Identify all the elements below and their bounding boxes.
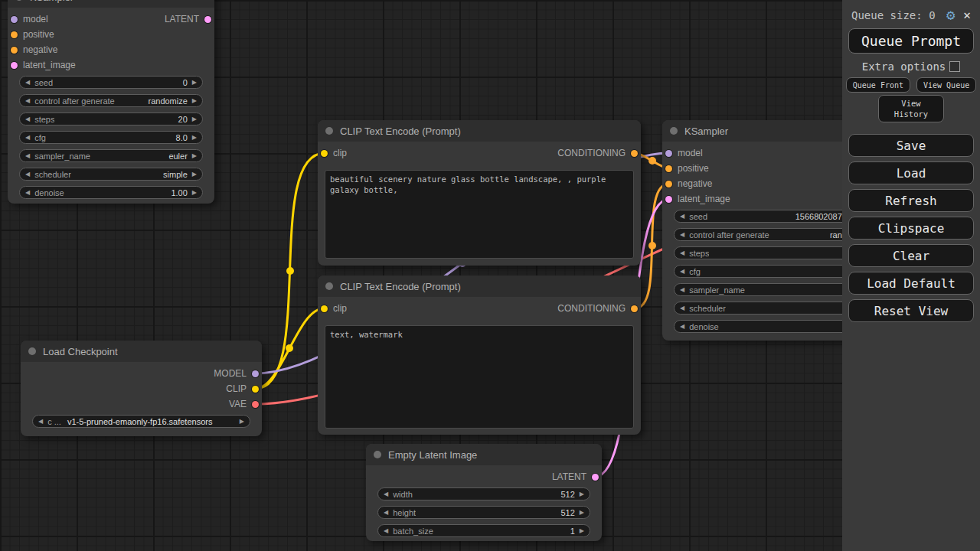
- extra-options-checkbox[interactable]: [949, 61, 960, 72]
- load-button[interactable]: Load: [848, 161, 974, 184]
- node-title-bar[interactable]: Load Checkpoint: [21, 341, 262, 362]
- widget-row[interactable]: ◀ seed 1566802087 ▶: [674, 210, 858, 223]
- widget-row[interactable]: ◀ steps ▶: [674, 246, 858, 259]
- widget-row[interactable]: ◀ cfg ▶: [674, 265, 858, 278]
- increment-arrow-icon[interactable]: ▶: [192, 190, 197, 196]
- widget-row[interactable]: ◀ scheduler simple ▶: [19, 168, 203, 181]
- port-dot[interactable]: [665, 165, 672, 172]
- input-port[interactable]: positive: [8, 27, 214, 42]
- node-title-bar[interactable]: Empty Latent Image: [366, 444, 602, 465]
- input-port[interactable]: latent_image: [8, 57, 214, 73]
- widget-row[interactable]: ◀ control after generate ran ▶: [674, 228, 858, 241]
- decrement-arrow-icon[interactable]: ◀: [384, 491, 388, 497]
- view-history-button[interactable]: View History: [878, 95, 944, 122]
- node-empty-latent-image[interactable]: Empty Latent Image LATENT ◀ width 512 ▶: [366, 444, 602, 541]
- decrement-arrow-icon[interactable]: ◀: [680, 250, 684, 256]
- widget-row[interactable]: ◀ height 512 ▶: [377, 506, 590, 519]
- node-title-bar[interactable]: CLIP Text Encode (Prompt): [318, 120, 641, 142]
- port-dot[interactable]: [631, 305, 638, 312]
- port-dot[interactable]: [11, 62, 18, 69]
- widget-row[interactable]: ◀ denoise 1.00 ▶: [19, 186, 203, 199]
- decrement-arrow-icon[interactable]: ◀: [680, 324, 684, 330]
- port-dot[interactable]: [11, 16, 18, 23]
- negative-prompt-textarea[interactable]: text, watermark: [325, 325, 634, 429]
- node-ksampler-right[interactable]: KSampler model positive negative: [662, 120, 869, 341]
- output-port[interactable]: CONDITIONING: [557, 145, 641, 161]
- port-dot[interactable]: [665, 150, 672, 157]
- increment-arrow-icon[interactable]: ▶: [192, 98, 197, 104]
- port-dot[interactable]: [252, 370, 259, 377]
- collapse-toggle[interactable]: [28, 347, 36, 355]
- port-dot[interactable]: [665, 196, 672, 203]
- collapse-toggle[interactable]: [15, 0, 23, 1]
- port-dot[interactable]: [321, 305, 328, 312]
- widget-row[interactable]: ◀ steps 20 ▶: [19, 112, 203, 126]
- port-dot[interactable]: [204, 16, 211, 23]
- decrement-arrow-icon[interactable]: ◀: [25, 116, 30, 122]
- output-port[interactable]: LATENT: [165, 11, 214, 27]
- widget-row[interactable]: ◀ seed 0 ▶: [19, 76, 203, 89]
- input-port[interactable]: positive: [662, 161, 869, 176]
- decrement-arrow-icon[interactable]: ◀: [384, 510, 388, 516]
- node-ksampler-left[interactable]: KSampler LATENT model positive: [8, 0, 214, 204]
- port-dot[interactable]: [11, 47, 18, 54]
- decrement-arrow-icon[interactable]: ◀: [25, 80, 30, 86]
- increment-arrow-icon[interactable]: ▶: [192, 80, 197, 86]
- increment-arrow-icon[interactable]: ▶: [192, 171, 197, 178]
- reset-view-button[interactable]: Reset View: [848, 299, 974, 322]
- node-load-checkpoint[interactable]: Load Checkpoint MODEL CLIP VAE: [21, 341, 262, 436]
- port-dot[interactable]: [592, 474, 599, 481]
- port-dot[interactable]: [252, 386, 259, 393]
- decrement-arrow-icon[interactable]: ◀: [25, 135, 30, 141]
- node-title-bar[interactable]: CLIP Text Encode (Prompt): [318, 276, 641, 297]
- view-queue-button[interactable]: View Queue: [916, 77, 976, 93]
- input-port[interactable]: negative: [662, 176, 869, 191]
- output-port[interactable]: VAE: [21, 396, 262, 412]
- input-port[interactable]: negative: [8, 42, 214, 57]
- decrement-arrow-icon[interactable]: ◀: [25, 171, 30, 178]
- port-dot[interactable]: [321, 150, 328, 157]
- output-port[interactable]: LATENT: [366, 469, 602, 484]
- widget-row[interactable]: ◀ scheduler ▶: [674, 302, 858, 315]
- widget-row[interactable]: ◀ sampler_name ▶: [674, 283, 858, 296]
- collapse-toggle[interactable]: [325, 127, 333, 135]
- previous-arrow-icon[interactable]: ◀: [38, 419, 43, 425]
- queue-front-button[interactable]: Queue Front: [846, 77, 910, 93]
- output-port[interactable]: CONDITIONING: [557, 301, 641, 316]
- input-port[interactable]: latent_image: [662, 191, 869, 207]
- decrement-arrow-icon[interactable]: ◀: [680, 305, 684, 311]
- widget-row[interactable]: ◀ control after generate randomize ▶: [19, 94, 203, 107]
- decrement-arrow-icon[interactable]: ◀: [25, 190, 30, 196]
- widget-row[interactable]: ◀ width 512 ▶: [377, 487, 590, 500]
- increment-arrow-icon[interactable]: ▶: [192, 153, 197, 159]
- close-icon[interactable]: ✕: [963, 9, 971, 21]
- refresh-button[interactable]: Refresh: [848, 189, 974, 212]
- collapse-toggle[interactable]: [670, 127, 678, 135]
- increment-arrow-icon[interactable]: ▶: [580, 528, 584, 534]
- node-graph-canvas[interactable]: { "colors": { "model": "#B39DDB", "clip"…: [0, 0, 980, 551]
- widget-row[interactable]: ◀ cfg 8.0 ▶: [19, 131, 203, 144]
- decrement-arrow-icon[interactable]: ◀: [25, 98, 30, 104]
- port-dot[interactable]: [11, 31, 18, 38]
- node-clip-text-encode-positive[interactable]: CLIP Text Encode (Prompt) CONDITIONING c…: [318, 120, 641, 266]
- decrement-arrow-icon[interactable]: ◀: [680, 269, 684, 275]
- save-button[interactable]: Save: [848, 134, 974, 157]
- clipspace-button[interactable]: Clipspace: [848, 217, 974, 240]
- node-title-bar[interactable]: KSampler: [662, 120, 869, 142]
- widget-row[interactable]: ◀ sampler_name euler ▶: [19, 149, 203, 162]
- widget-row[interactable]: ◀ denoise ▶: [674, 320, 858, 333]
- port-dot[interactable]: [252, 401, 259, 408]
- settings-gear-icon[interactable]: ⚙: [946, 8, 955, 22]
- queue-prompt-button[interactable]: Queue Prompt: [848, 28, 974, 54]
- clear-button[interactable]: Clear: [848, 244, 974, 267]
- port-dot[interactable]: [631, 150, 638, 157]
- decrement-arrow-icon[interactable]: ◀: [25, 153, 30, 159]
- decrement-arrow-icon[interactable]: ◀: [680, 232, 684, 238]
- input-port[interactable]: model: [662, 145, 869, 161]
- collapse-toggle[interactable]: [325, 282, 333, 290]
- widget-row[interactable]: ◀ batch_size 1 ▶: [377, 524, 590, 537]
- increment-arrow-icon[interactable]: ▶: [192, 116, 197, 122]
- collapse-toggle[interactable]: [374, 451, 381, 458]
- ckpt-name-widget[interactable]: ◀ c ... v1-5-pruned-emaonly-fp16.safeten…: [32, 415, 250, 428]
- increment-arrow-icon[interactable]: ▶: [580, 491, 584, 497]
